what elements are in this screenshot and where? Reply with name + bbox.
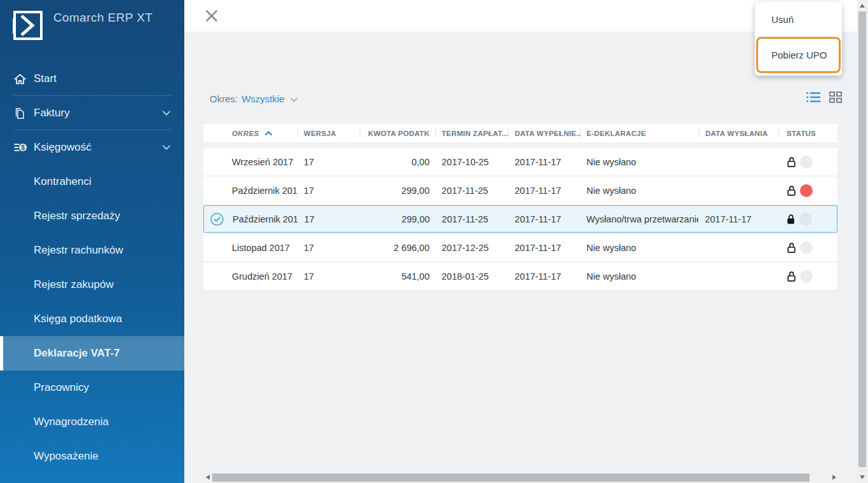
scroll-right-icon[interactable] (832, 475, 836, 480)
vertical-scrollbar[interactable] (857, 0, 868, 483)
cell-termin-zaplaty: 2018-01-25 (435, 262, 508, 290)
cell-okres: Wrzesień 2017 (232, 157, 293, 167)
cell-wersja: 17 (297, 148, 360, 175)
cell-wersja: 17 (297, 262, 360, 290)
cell-data-wypelnienia: 2017-11-17 (508, 206, 580, 232)
status-indicator (800, 156, 813, 168)
lock-open-icon (787, 242, 796, 254)
table-row[interactable]: Wrzesień 2017 17 0,00 2017-10-25 2017-11… (203, 148, 837, 175)
invoice-icon (13, 107, 29, 120)
sidebar-item-wynagrodzenia[interactable]: Wynagrodzenia (0, 405, 184, 439)
svg-text:$: $ (21, 143, 25, 151)
cell-kwota-podatku: 299,00 (360, 206, 436, 232)
cell-e-deklaracje: Nie wysłano (580, 177, 699, 204)
sidebar-item-rejestr-zakupów[interactable]: Rejestr zakupów (0, 268, 184, 302)
cell-okres: Grudzień 2017 (232, 271, 292, 282)
column-header-okres[interactable]: OKRES (203, 124, 297, 142)
home-icon (13, 72, 29, 86)
cell-okres: Październik 2017 (233, 214, 298, 224)
sidebar-nav: StartFaktury$KsięgowośćKontrahenciRejest… (0, 62, 184, 473)
cell-data-wyslania (699, 262, 778, 290)
column-header-data-wypelnienia[interactable]: DATA WYPEŁNIE... (508, 124, 580, 142)
horizontal-scrollbar-thumb[interactable] (212, 473, 810, 482)
brand-logo[interactable]: Comarch ERP XT (0, 0, 184, 43)
sidebar-item-faktury[interactable]: Faktury (0, 96, 184, 130)
context-menu: UsuńPobierz UPO (755, 2, 842, 76)
horizontal-scrollbar[interactable] (203, 472, 839, 483)
grid-view-icon[interactable] (829, 91, 843, 104)
sidebar-item-pracownicy[interactable]: Pracownicy (0, 371, 184, 405)
cell-termin-zaplaty: 2017-12-25 (435, 234, 508, 261)
column-header-data-wyslania[interactable]: DATA WYSŁANIA (699, 124, 778, 142)
table-row[interactable]: Październik 2017 17 299,00 2017-11-25 20… (203, 205, 837, 233)
sidebar-item-start[interactable]: Start (0, 62, 184, 96)
brand-name: Comarch ERP XT (53, 10, 153, 25)
sidebar-item-księgowość[interactable]: $Księgowość (0, 130, 184, 165)
sidebar-item-kontrahenci[interactable]: Kontrahenci (0, 165, 184, 199)
status-indicator (799, 213, 812, 226)
cell-data-wypelnienia: 2017-11-17 (508, 148, 580, 175)
cell-data-wyslania: 2017-11-17 (698, 206, 778, 232)
table-body: Wrzesień 2017 17 0,00 2017-10-25 2017-11… (203, 148, 837, 290)
chevron-down-icon (162, 145, 171, 151)
scroll-up-icon[interactable] (860, 4, 865, 8)
table-header: OKRES WERSJA KWOTA PODATK TERMIN ZAPŁAT.… (203, 124, 837, 142)
period-filter: Okres: Wszystkie (210, 93, 298, 104)
status-indicator (800, 184, 813, 197)
cell-kwota-podatku: 0,00 (360, 148, 435, 175)
column-header-termin[interactable]: TERMIN ZAPŁAT... (435, 124, 508, 142)
status-indicator (800, 242, 813, 254)
lock-open-icon (787, 156, 796, 168)
cell-e-deklaracje: Nie wysłano (580, 234, 699, 261)
cell-data-wyslania (699, 177, 778, 204)
cell-wersja: 17 (297, 234, 360, 261)
cell-e-deklaracje: Wysłano/trwa przetwarzanie (580, 206, 699, 232)
sidebar-item-rejestr-rachunków[interactable]: Rejestr rachunków (0, 233, 184, 268)
sidebar-item-deklaracje-vat-7[interactable]: Deklaracje VAT-7 (0, 336, 184, 371)
cell-wersja: 17 (297, 177, 360, 204)
selected-check-icon (210, 212, 224, 226)
comarch-logo-icon (13, 10, 43, 43)
sort-asc-icon (264, 131, 273, 136)
scroll-down-icon[interactable] (860, 475, 865, 479)
close-icon[interactable] (204, 8, 219, 24)
cell-data-wypelnienia: 2017-11-17 (508, 262, 580, 290)
cell-data-wypelnienia: 2017-11-17 (508, 234, 580, 261)
lock-closed-icon (786, 214, 796, 225)
vertical-scrollbar-thumb[interactable] (858, 11, 866, 467)
cell-wersja: 17 (298, 206, 360, 232)
cell-data-wyslania (699, 148, 778, 175)
column-header-wersja[interactable]: WERSJA (297, 124, 360, 142)
cell-okres: Październik 2017 (232, 186, 297, 196)
app-window: Comarch ERP XT StartFaktury$KsięgowośćKo… (0, 0, 868, 483)
list-view-icon[interactable] (806, 91, 822, 104)
column-header-kwota[interactable]: KWOTA PODATK (360, 124, 435, 142)
period-dropdown-value: Wszystkie (241, 93, 285, 104)
cell-termin-zaplaty: 2017-10-25 (435, 148, 508, 175)
column-header-e-deklaracje[interactable]: E-DEKLARACJE (580, 124, 699, 142)
view-toggle (806, 91, 843, 104)
sidebar-item-wyposażenie[interactable]: Wyposażenie (0, 439, 184, 473)
chevron-down-icon (290, 97, 298, 102)
sidebar: Comarch ERP XT StartFaktury$KsięgowośćKo… (0, 0, 184, 483)
sidebar-item-księga-podatkowa[interactable]: Księga podatkowa (0, 302, 184, 336)
declarations-table: OKRES WERSJA KWOTA PODATK TERMIN ZAPŁAT.… (203, 124, 837, 290)
cell-data-wypelnienia: 2017-11-17 (508, 177, 580, 204)
scroll-left-icon[interactable] (206, 475, 210, 480)
table-row[interactable]: Grudzień 2017 17 541,00 2018-01-25 2017-… (203, 262, 837, 290)
filter-label: Okres: (210, 93, 238, 104)
column-header-status[interactable]: STATUS (778, 124, 837, 142)
period-dropdown[interactable]: Wszystkie (241, 93, 298, 104)
lock-open-icon (787, 185, 796, 196)
status-indicator (800, 270, 813, 283)
menu-item-usuń[interactable]: Usuń (755, 3, 842, 36)
cell-kwota-podatku: 299,00 (360, 177, 435, 204)
table-row[interactable]: Listopad 2017 17 2 696,00 2017-12-25 201… (203, 234, 837, 261)
chevron-down-icon (162, 111, 171, 116)
menu-item-pobierz-upo[interactable]: Pobierz UPO (756, 37, 841, 73)
table-row[interactable]: Październik 2017 17 299,00 2017-11-25 20… (203, 177, 837, 204)
cell-okres: Listopad 2017 (232, 243, 290, 253)
sidebar-item-rejestr-sprzedaży[interactable]: Rejestr sprzedaży (0, 199, 184, 233)
accounting-icon: $ (13, 141, 29, 154)
lock-open-icon (787, 271, 796, 282)
